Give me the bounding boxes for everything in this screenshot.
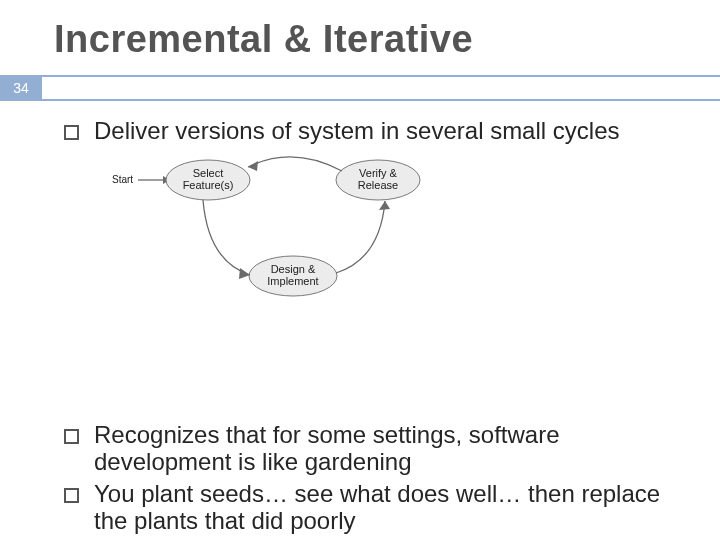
slide-title: Incremental & Iterative <box>54 18 720 61</box>
bubble-design-line1: Design & <box>271 263 316 275</box>
cycle-diagram: Start Select Feature(s) Verify & Release… <box>108 151 692 325</box>
bubble-select-line1: Select <box>193 167 224 179</box>
band-line <box>42 75 720 101</box>
bullet-list: Deliver versions of system in several sm… <box>60 117 692 145</box>
bullet-list-lower: Recognizes that for some settings, softw… <box>60 421 692 535</box>
bubble-verify-line1: Verify & <box>359 167 398 179</box>
svg-marker-3 <box>379 201 390 210</box>
page-number-badge: 34 <box>0 75 42 101</box>
bubble-select-line2: Feature(s) <box>183 179 234 191</box>
title-area: Incremental & Iterative <box>0 0 720 67</box>
cycle-svg: Start Select Feature(s) Verify & Release… <box>108 151 448 321</box>
bubble-verify-line2: Release <box>358 179 398 191</box>
svg-marker-2 <box>239 268 250 279</box>
spacer <box>60 343 692 413</box>
start-label: Start <box>112 174 133 185</box>
bubble-design-line2: Implement <box>267 275 318 287</box>
bullet-item: Recognizes that for some settings, softw… <box>60 421 692 476</box>
content-area: Deliver versions of system in several sm… <box>0 101 720 535</box>
slide: Incremental & Iterative 34 Deliver versi… <box>0 0 720 540</box>
bullet-item: Deliver versions of system in several sm… <box>60 117 692 145</box>
bullet-item: You plant seeds… see what does well… the… <box>60 480 692 535</box>
page-band: 34 <box>0 75 720 101</box>
